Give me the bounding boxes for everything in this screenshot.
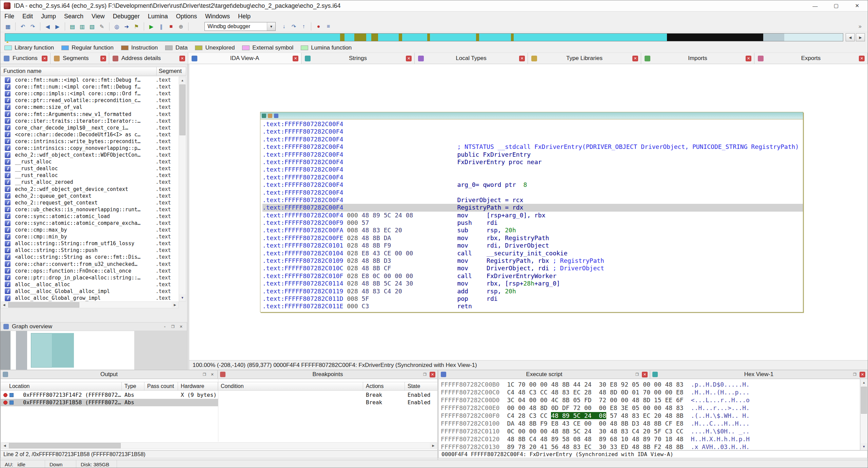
scroll-down-icon[interactable]: ▼: [861, 443, 867, 450]
function-row[interactable]: falloc__alloc_alloc.text: [1, 281, 179, 288]
tab-close-icon[interactable]: ✕: [100, 56, 106, 61]
function-row[interactable]: fcore::ops::function::FnOnce::call_once.…: [1, 268, 179, 274]
menu-item[interactable]: Search: [60, 12, 87, 21]
function-row[interactable]: fcore::intrinsics::copy_nonoverlapping::…: [1, 145, 179, 152]
close-panel-icon[interactable]: ✕: [642, 372, 648, 377]
close-panel-icon[interactable]: ✕: [209, 371, 215, 377]
menu-item[interactable]: Help: [234, 12, 255, 21]
step-into-icon[interactable]: ↓: [279, 22, 289, 31]
breakpoint-enabled-icon[interactable]: [3, 401, 7, 405]
breakpoint-list-icon[interactable]: ●: [314, 22, 323, 31]
tab-strings[interactable]: Strings ✕: [301, 53, 415, 64]
function-row[interactable]: falloc::string::String::from_utf16_lossy…: [1, 240, 179, 247]
tab-address-details[interactable]: Address details ✕: [109, 53, 188, 64]
scrollbar-thumb[interactable]: [8, 302, 79, 308]
scroll-up-icon[interactable]: ▲: [179, 77, 186, 84]
navband-scroll-left-button[interactable]: ◀: [846, 33, 855, 41]
functions-column-segment[interactable]: Segment: [157, 68, 186, 75]
float-panel-icon[interactable]: ❐: [422, 371, 428, 377]
disassembly-line[interactable]: .text:FFFFF807282C00F9 000 57 push rdi: [262, 219, 803, 227]
navband-scroll-right-button[interactable]: ▶: [856, 33, 865, 41]
tab-close-icon[interactable]: ✕: [632, 56, 638, 61]
disassembly-line[interactable]: .text:FFFFF807282C00F4: [262, 174, 803, 181]
disassembly-line[interactable]: .text:FFFFF807282C00F4 FxDriverEntry pro…: [262, 158, 803, 166]
disassembly-line[interactable]: .text:FFFFF807282C00F4 public FxDriverEn…: [262, 151, 803, 158]
breakpoints-column-header[interactable]: Actions: [363, 382, 405, 390]
disassembly-line[interactable]: .text:FFFFF807282C0104 028 E8 43 CE 00 0…: [262, 250, 803, 257]
tab-close-icon[interactable]: ✕: [42, 56, 47, 61]
function-row[interactable]: fcore::fmt::num::<impl core::fmt::Debug …: [1, 77, 179, 83]
scrollbar-thumb[interactable]: [179, 84, 185, 135]
hex-row[interactable]: FFFFF807282C012048 8B C4 48 89 58 08 48 …: [441, 435, 860, 443]
function-row[interactable]: fcore::cmp::min_by.text: [1, 233, 179, 240]
breakpoints-column-header[interactable]: State: [405, 382, 438, 390]
execute-script-panel-titlebar[interactable]: Execute script ❐ ✕: [438, 370, 650, 379]
breakpoints-column-header[interactable]: Location: [1, 382, 122, 390]
chevron-down-icon[interactable]: ▾: [267, 22, 275, 31]
function-row[interactable]: f__rust_realloc.text: [1, 172, 179, 179]
menu-item[interactable]: File: [0, 12, 18, 21]
function-row[interactable]: fcore::ptr::drop_in_place<alloc::string:…: [1, 274, 179, 281]
function-row[interactable]: fcore::intrinsics::write_bytes::precondi…: [1, 138, 179, 145]
run-until-return-icon[interactable]: ↑: [299, 22, 309, 31]
disassembly-line[interactable]: .text:FFFFF807282C00F4 DriverObject = rc…: [262, 196, 803, 204]
graph-overview-titlebar[interactable]: Graph overview ▫ ❐ ✕: [0, 322, 187, 331]
navigate-forward-icon[interactable]: ▶: [53, 22, 62, 31]
function-row[interactable]: f<core::char::decode::DecodeUtf16<I> as …: [1, 131, 179, 138]
menu-item[interactable]: Edit: [18, 12, 37, 21]
function-row[interactable]: fcore::iter::traits::iterator::Iterator:…: [1, 118, 179, 124]
disassembly-line[interactable]: .text:FFFFF807282C00F4: [262, 166, 803, 173]
close-panel-icon[interactable]: ✕: [860, 372, 865, 377]
float-panel-icon[interactable]: ❐: [201, 371, 208, 377]
graph-node-titlebar[interactable]: [260, 112, 803, 119]
hex-vertical-scrollbar[interactable]: ▲ ▼: [860, 379, 868, 450]
function-row[interactable]: f__rust_alloc_zeroed.text: [1, 179, 179, 186]
tab-type-libraries[interactable]: Type Libraries ✕: [528, 53, 641, 64]
function-row[interactable]: f__rust_alloc.text: [1, 158, 179, 165]
function-row[interactable]: falloc_alloc_Global_grow_impl.text: [1, 295, 179, 301]
script-icon[interactable]: ✎: [97, 22, 107, 31]
disassembly-line[interactable]: .text:FFFFF807282C0109 028 48 8B D3 mov …: [262, 257, 803, 265]
breakpoints-column-header[interactable]: Condition: [218, 382, 363, 390]
search-icon[interactable]: ◎: [112, 22, 122, 31]
function-row[interactable]: f__rust_dealloc.text: [1, 165, 179, 172]
breakpoint-row[interactable]: 0xFFFFF807213F1B58 (FFFFF8072…AbsBreakEn…: [1, 399, 437, 406]
tab-imports[interactable]: Imports ✕: [641, 53, 754, 64]
tab-functions[interactable]: Functions ✕: [0, 53, 51, 64]
hex-row[interactable]: FFFFF807282C00B01C 70 00 00 48 8B 44 24 …: [441, 381, 860, 388]
function-row[interactable]: fcore::cmp::impls::<impl core::cmp::Ord …: [1, 90, 179, 97]
function-row[interactable]: fecho_2::wdf_object_context::WDFObjectCo…: [1, 152, 179, 158]
tab-close-icon[interactable]: ✕: [746, 56, 751, 61]
breakpoint-enabled-icon[interactable]: [3, 393, 7, 397]
function-row[interactable]: fcore::cmp::max_by.text: [1, 227, 179, 233]
disassembly-line[interactable]: .text:FFFFF807282C00F4 ; NTSTATUS __stdc…: [262, 143, 803, 151]
debugger-windows-icon[interactable]: ≡: [323, 22, 333, 31]
attach-process-icon[interactable]: ⊕: [176, 22, 186, 31]
breakpoints-panel-titlebar[interactable]: Breakpoints ❐ ✕: [218, 370, 438, 379]
close-panel-icon[interactable]: ✕: [178, 324, 184, 330]
signatures-icon[interactable]: ▧: [87, 22, 97, 31]
disassembly-line[interactable]: .text:FFFFF807282C011E 000 C3 retn: [262, 303, 803, 310]
function-row[interactable]: fecho_2::queue_get_context.text: [1, 193, 179, 199]
scroll-up-icon[interactable]: ▲: [861, 379, 867, 386]
ida-view-canvas[interactable]: .text:FFFFF807282C00F4.text:FFFFF807282C…: [189, 64, 868, 360]
bookmark-icon[interactable]: ⚑: [132, 22, 141, 31]
toolbar-overflow-icon[interactable]: »: [855, 22, 865, 31]
tab-local-types[interactable]: Local Types ✕: [415, 53, 528, 64]
scroll-down-icon[interactable]: ▼: [179, 294, 186, 301]
stop-process-icon[interactable]: ■: [166, 22, 176, 31]
tab-close-icon[interactable]: ✕: [859, 56, 865, 61]
functions-horizontal-scrollbar[interactable]: ◀ ▶: [0, 301, 179, 308]
function-row[interactable]: f<alloc::string::String as core::fmt::Di…: [1, 254, 179, 260]
disassembly-line[interactable]: .text:FFFFF807282C010F 028 E8 0C 00 00 0…: [262, 272, 803, 280]
function-row[interactable]: fcore_char_decode_impl$0__next_core_i….t…: [1, 124, 179, 131]
disassembly-line[interactable]: .text:FFFFF807282C00F4: [262, 128, 803, 135]
menu-item[interactable]: Options: [172, 12, 201, 21]
disassembly-line[interactable]: .text:FFFFF807282C00F4: [262, 136, 803, 143]
disassembly-line[interactable]: .text:FFFFF807282C00F4 000 48 89 5C 24 0…: [262, 212, 803, 219]
output-panel-titlebar[interactable]: Output ❐ ✕: [0, 370, 218, 379]
functions-vertical-scrollbar[interactable]: ▲ ▼: [179, 77, 186, 301]
scroll-left-icon[interactable]: ◀: [1, 443, 8, 449]
tab-segments[interactable]: Segments ✕: [51, 53, 109, 64]
function-row[interactable]: fecho_2::request_get_context.text: [1, 199, 179, 206]
